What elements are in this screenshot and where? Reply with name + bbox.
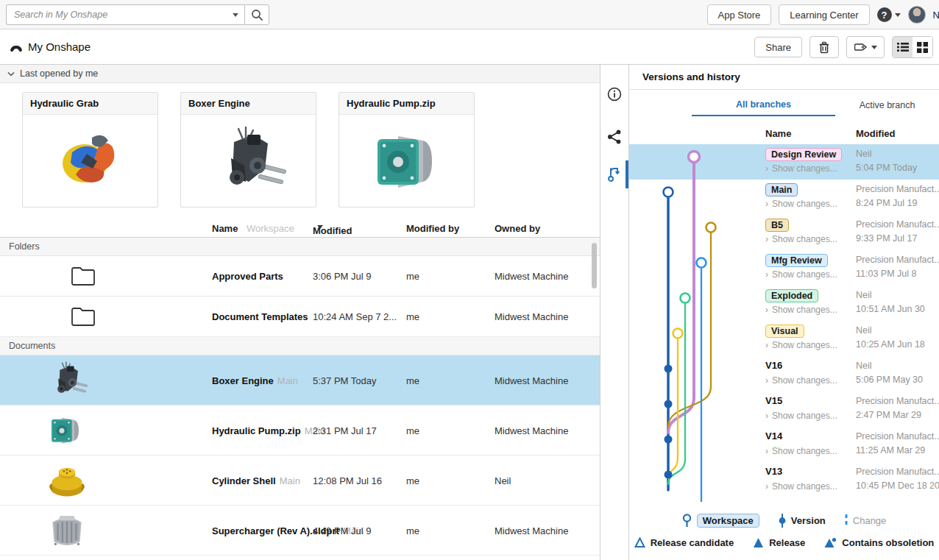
folder-icon xyxy=(71,266,96,286)
search-button[interactable] xyxy=(244,4,269,25)
versions-history-panel: Versions and history All branches Active… xyxy=(629,65,939,560)
document-list-area: Last opened by me Hydraulic Grab B xyxy=(0,65,600,560)
table-row-hydraulic-pump[interactable]: Hydraulic Pump.zipMain 2:31 PM Jul 17 me… xyxy=(0,405,600,456)
column-header-name[interactable]: Name xyxy=(212,223,238,234)
column-header-owned-by[interactable]: Owned by xyxy=(495,223,540,234)
row-name: Approved Parts xyxy=(212,271,283,282)
search-scope-caret-icon[interactable] xyxy=(233,13,238,17)
panel-icon-strip xyxy=(600,65,629,560)
panel-column-modified: Modified xyxy=(856,128,895,139)
last-opened-section-toggle[interactable]: Last opened by me xyxy=(0,65,600,83)
version-legend-icon xyxy=(779,514,786,528)
show-changes-link[interactable]: Show changes... xyxy=(765,446,837,456)
row-owned-by: Midwest Machine xyxy=(495,425,568,436)
row-modified-date: 2:47 PM Mar 29 xyxy=(856,410,921,420)
row-modified-date: 5:04 PM Today xyxy=(856,163,917,173)
show-changes-link[interactable]: Show changes... xyxy=(765,163,837,174)
app-store-button[interactable]: App Store xyxy=(707,4,772,25)
share-icon[interactable] xyxy=(608,130,622,144)
card-title: Boxer Engine xyxy=(181,93,316,115)
history-row-v14[interactable]: V14 Show changes... Precision Manufact..… xyxy=(629,427,939,462)
tab-all-branches[interactable]: All branches xyxy=(692,94,835,116)
show-changes-link[interactable]: Show changes... xyxy=(765,234,837,244)
search-icon xyxy=(251,9,263,21)
legend-contains-obsoletion: Contains obsoletion xyxy=(824,537,934,548)
history-row-exploded[interactable]: Exploded Show changes... Neil 10:51 AM J… xyxy=(629,286,939,321)
show-changes-link[interactable]: Show changes... xyxy=(765,340,837,350)
boxer-engine-thumbnail xyxy=(44,359,91,402)
row-modified-by: Neil xyxy=(856,325,872,336)
row-modified-by: Precision Manufact... xyxy=(856,184,939,194)
show-changes-link[interactable]: Show changes... xyxy=(765,481,837,492)
show-changes-link[interactable]: Show changes... xyxy=(765,269,837,280)
row-modified: 10:24 AM Sep 7 2... xyxy=(313,311,397,322)
recent-card-boxer-engine[interactable]: Boxer Engine xyxy=(180,92,316,208)
row-modified-by: Neil xyxy=(856,361,872,371)
contains-obsoletion-legend-icon xyxy=(824,537,837,548)
row-workspace: Main xyxy=(277,375,298,386)
supercharger-thumbnail xyxy=(44,509,90,552)
boxer-engine-thumbnail xyxy=(205,123,293,200)
column-header-workspace[interactable]: Workspace xyxy=(247,223,294,234)
row-modified-date: 10:51 AM Jun 30 xyxy=(856,304,925,314)
workspace-legend-icon xyxy=(682,514,692,528)
show-changes-link[interactable]: Show changes... xyxy=(765,411,837,421)
history-row-visual[interactable]: Visual Show changes... Neil 10:25 AM Jun… xyxy=(629,321,939,356)
row-modified-by: me xyxy=(406,525,419,536)
show-changes-link[interactable]: Show changes... xyxy=(765,305,837,315)
row-modified: 5:37 PM Today xyxy=(313,375,376,386)
delete-button[interactable] xyxy=(809,36,839,58)
row-modified-by: Precision Manufact... xyxy=(856,219,939,230)
table-row-approved-parts[interactable]: Approved Parts 3:06 PM Jul 9 me Midwest … xyxy=(0,256,600,297)
row-modified-by: Precision Manufact... xyxy=(856,255,939,265)
row-modified-by: Neil xyxy=(856,149,872,159)
history-row-mfg-review[interactable]: Mfg Review Show changes... Precision Man… xyxy=(629,250,939,286)
learning-center-button[interactable]: Learning Center xyxy=(779,4,869,25)
panel-column-name: Name xyxy=(765,128,791,139)
my-onshape-icon xyxy=(9,39,24,54)
document-toolbar: My Onshape Share xyxy=(0,29,939,65)
table-row-document-templates[interactable]: Document Templates 10:24 AM Sep 7 2... m… xyxy=(0,297,600,337)
column-header-modified-by[interactable]: Modified by xyxy=(406,223,459,234)
history-row-design-review[interactable]: Design Review Show changes... Neil 5:04 … xyxy=(629,144,939,180)
details-info-icon[interactable] xyxy=(607,87,622,102)
view-toggle xyxy=(892,36,933,58)
table-row-supercharger[interactable]: Supercharger (Rev A).sldprtMain 4:49 PM … xyxy=(0,506,600,556)
help-menu[interactable]: ? xyxy=(877,7,901,22)
workspace-chip[interactable]: Exploded xyxy=(765,289,818,302)
workspace-chip[interactable]: Mfg Review xyxy=(765,254,828,267)
list-view-button[interactable] xyxy=(893,37,913,57)
row-modified: 3:06 PM Jul 9 xyxy=(313,271,372,282)
table-row-boxer-engine[interactable]: Boxer EngineMain 5:37 PM Today me Midwes… xyxy=(0,355,600,405)
recent-card-hydraulic-grab[interactable]: Hydraulic Grab xyxy=(22,92,158,208)
release-candidate-legend-icon xyxy=(634,537,645,548)
history-row-main[interactable]: Main Show changes... Precision Manufact.… xyxy=(629,180,939,215)
user-name[interactable]: Neil xyxy=(933,10,939,21)
label-button[interactable] xyxy=(846,36,885,58)
legend-change: Change xyxy=(845,514,887,528)
share-button[interactable]: Share xyxy=(754,37,802,57)
workspace-chip[interactable]: B5 xyxy=(765,219,789,232)
row-modified-date: 5:06 PM May 30 xyxy=(856,375,923,385)
tab-active-branch[interactable]: Active branch xyxy=(841,94,933,116)
table-scrollbar[interactable] xyxy=(592,243,597,288)
versions-history-icon[interactable] xyxy=(607,166,622,182)
user-avatar[interactable] xyxy=(908,6,926,24)
row-name: Boxer EngineMain xyxy=(212,375,298,386)
history-row-v16[interactable]: V16 Show changes... Neil 5:06 PM May 30 xyxy=(629,356,939,391)
history-row-v13[interactable]: V13 Show changes... Precision Manufact..… xyxy=(629,462,939,497)
legend-release-candidate: Release candidate xyxy=(634,537,734,548)
row-owned-by: Midwest Machine xyxy=(495,311,568,322)
search-input[interactable] xyxy=(6,4,244,25)
version-name: V14 xyxy=(765,430,782,442)
grid-view-button[interactable] xyxy=(913,37,932,57)
workspace-chip[interactable]: Visual xyxy=(765,325,804,338)
workspace-chip[interactable]: Design Review xyxy=(765,148,842,161)
history-row-v15[interactable]: V15 Show changes... Precision Manufact..… xyxy=(629,391,939,427)
show-changes-link[interactable]: Show changes... xyxy=(765,199,837,209)
history-row-b5[interactable]: B5 Show changes... Precision Manufact...… xyxy=(629,215,939,250)
workspace-chip[interactable]: Main xyxy=(765,183,798,196)
recent-card-hydraulic-pump[interactable]: Hydraulic Pump.zip xyxy=(339,92,475,208)
show-changes-link[interactable]: Show changes... xyxy=(765,375,837,386)
table-row-cylinder-shell[interactable]: Cylinder ShellMain 12:08 PM Jul 16 me Ne… xyxy=(0,456,600,506)
